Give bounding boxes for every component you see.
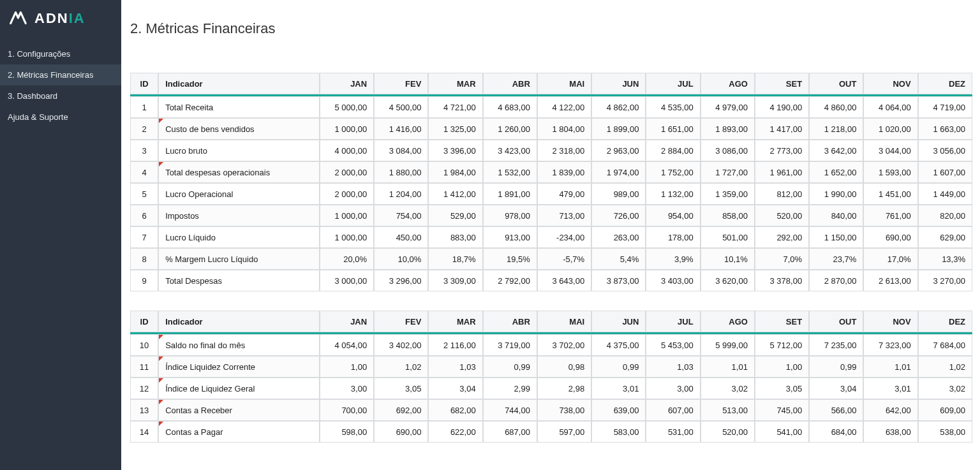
col-month: JUL <box>646 311 700 332</box>
cell-value: 1 990,00 <box>809 183 863 205</box>
col-month: OUT <box>809 73 863 94</box>
cell-value: 0,98 <box>537 356 591 378</box>
col-id: ID <box>130 311 158 332</box>
cell-indicator: Índice de Liquidez Geral <box>158 378 320 399</box>
cell-indicator: Lucro Operacional <box>158 183 320 205</box>
cell-value: 10,1% <box>701 248 755 270</box>
col-month: SET <box>755 311 809 332</box>
cell-value: 1 218,00 <box>809 118 863 140</box>
cell-value: 0,99 <box>809 356 863 378</box>
cell-value: 858,00 <box>701 205 755 226</box>
cell-value: 520,00 <box>755 205 809 226</box>
brand-name-primary: ADN <box>34 10 69 26</box>
cell-value: 3,04 <box>428 378 482 399</box>
cell-value: 2 773,00 <box>755 140 809 161</box>
table-row: 5Lucro Operacional2 000,001 204,001 412,… <box>130 183 972 205</box>
cell-value: 598,00 <box>320 421 374 443</box>
cell-value: 2 116,00 <box>428 334 482 356</box>
table-row: 9Total Despesas3 000,003 296,003 309,002… <box>130 270 972 291</box>
tables-host: IDIndicadorJANFEVMARABRMAIJUNJULAGOSETOU… <box>130 73 980 443</box>
cell-value: 3,9% <box>646 248 700 270</box>
cell-value: 622,00 <box>428 421 482 443</box>
cell-value: 1,03 <box>646 356 700 378</box>
col-month: JUL <box>646 73 700 94</box>
cell-value: -5,7% <box>537 248 591 270</box>
cell-value: 20,0% <box>320 248 374 270</box>
cell-value: 5 453,00 <box>646 334 700 356</box>
cell-value: 23,7% <box>809 248 863 270</box>
cell-value: 1 880,00 <box>374 161 428 183</box>
cell-value: 3,00 <box>646 378 700 399</box>
sidebar-item-2[interactable]: 3. Dashboard <box>0 85 121 106</box>
col-month: NOV <box>863 311 917 332</box>
table-row: 7Lucro Líquido1 000,00450,00883,00913,00… <box>130 226 972 248</box>
table-row: 12Índice de Liquidez Geral3,003,053,042,… <box>130 378 972 399</box>
cell-value: 1 204,00 <box>374 183 428 205</box>
cell-value: 690,00 <box>863 226 917 248</box>
cell-value: 3 719,00 <box>483 334 537 356</box>
cell-value: 1 752,00 <box>646 161 700 183</box>
cell-value: 1 132,00 <box>646 183 700 205</box>
cell-indicator: Custo de bens vendidos <box>158 118 320 140</box>
cell-value: 541,00 <box>755 421 809 443</box>
cell-indicator: Total Receita <box>158 96 320 118</box>
cell-value: 3 378,00 <box>755 270 809 291</box>
cell-value: 1,01 <box>863 356 917 378</box>
col-month: DEZ <box>918 311 972 332</box>
cell-value: 954,00 <box>646 205 700 226</box>
cell-value: 1 020,00 <box>863 118 917 140</box>
sidebar-item-0[interactable]: 1. Configurações <box>0 43 121 64</box>
col-month: JUN <box>591 311 646 332</box>
sidebar-item-1[interactable]: 2. Métricas Financeiras <box>0 64 121 85</box>
cell-value: 1,02 <box>918 356 972 378</box>
cell-value: 3,01 <box>863 378 917 399</box>
cell-value: 3,05 <box>755 378 809 399</box>
cell-value: 3 620,00 <box>701 270 755 291</box>
cell-value: 4 721,00 <box>428 96 482 118</box>
table-row: 2Custo de bens vendidos1 000,001 416,001… <box>130 118 972 140</box>
cell-id: 4 <box>130 161 158 183</box>
cell-value: 744,00 <box>483 399 537 421</box>
cell-value: 1 150,00 <box>809 226 863 248</box>
cell-value: 1 451,00 <box>863 183 917 205</box>
app-root: ADNIA 1. Configurações2. Métricas Financ… <box>0 0 980 470</box>
cell-value: 7 684,00 <box>918 334 972 356</box>
cell-value: 4 683,00 <box>483 96 537 118</box>
cell-value: 684,00 <box>809 421 863 443</box>
cell-value: 1 260,00 <box>483 118 537 140</box>
cell-value: 513,00 <box>701 399 755 421</box>
cell-value: 17,0% <box>863 248 917 270</box>
cell-value: 2 318,00 <box>537 140 591 161</box>
cell-value: 529,00 <box>428 205 482 226</box>
cell-value: 4 862,00 <box>591 96 646 118</box>
cell-value: 1 000,00 <box>320 226 374 248</box>
cell-value: 479,00 <box>537 183 591 205</box>
cell-value: 1 663,00 <box>918 118 972 140</box>
cell-id: 1 <box>130 96 158 118</box>
cell-indicator: Contas a Pagar <box>158 421 320 443</box>
cell-indicator: Total despesas operacionais <box>158 161 320 183</box>
col-month: MAR <box>428 73 482 94</box>
cell-indicator: Total Despesas <box>158 270 320 291</box>
col-month: NOV <box>863 73 917 94</box>
cell-value: 5 712,00 <box>755 334 809 356</box>
cell-value: 3 044,00 <box>863 140 917 161</box>
cell-value: 3 873,00 <box>591 270 646 291</box>
col-indicator: Indicador <box>158 311 320 332</box>
cell-value: 5,4% <box>591 248 646 270</box>
col-month: ABR <box>483 73 537 94</box>
cell-value: 10,0% <box>374 248 428 270</box>
cell-value: 1 532,00 <box>483 161 537 183</box>
cell-value: 3 403,00 <box>646 270 700 291</box>
sidebar-item-3[interactable]: Ajuda & Suporte <box>0 106 121 128</box>
cell-value: 761,00 <box>863 205 917 226</box>
cell-value: 978,00 <box>483 205 537 226</box>
cell-value: 7,0% <box>755 248 809 270</box>
cell-value: 1 607,00 <box>918 161 972 183</box>
cell-value: 1 727,00 <box>701 161 755 183</box>
table-header-row: IDIndicadorJANFEVMARABRMAIJUNJULAGOSETOU… <box>130 73 972 94</box>
metrics-table: IDIndicadorJANFEVMARABRMAIJUNJULAGOSETOU… <box>130 73 972 291</box>
cell-value: 3,04 <box>809 378 863 399</box>
cell-id: 10 <box>130 334 158 356</box>
cell-value: 4 375,00 <box>591 334 646 356</box>
